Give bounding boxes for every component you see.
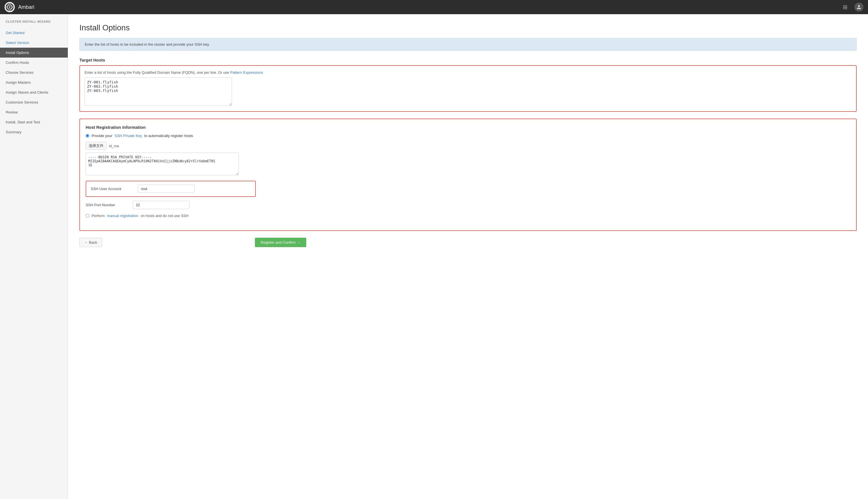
button-row: ← Back Register and Confirm →: [79, 238, 306, 247]
hosts-textarea[interactable]: ZY-001.flyfish ZY-002.flyfish ZY-003.fly…: [85, 77, 232, 106]
radio-suffix: to automatically register hosts: [144, 134, 193, 138]
ssh-key-radio-row: Provide your SSH Private Key to automati…: [86, 134, 851, 138]
sidebar-item-summary[interactable]: Summary: [0, 127, 68, 137]
manual-registration-row: Perform manual registration on hosts and…: [86, 214, 851, 218]
pattern-expressions-link[interactable]: Pattern Expressions: [230, 70, 263, 75]
page-title: Install Options: [79, 23, 857, 32]
ssh-port-label: SSH Port Number: [86, 203, 128, 207]
sidebar-item-select-version[interactable]: Select Version: [0, 38, 68, 48]
sidebar-item-choose-services[interactable]: Choose Services: [0, 68, 68, 77]
grid-icon[interactable]: ⊞: [843, 4, 847, 11]
file-name-display: id_rsa: [109, 144, 119, 148]
sidebar-item-review[interactable]: Review: [0, 107, 68, 117]
sidebar-item-assign-masters[interactable]: Assign Masters: [0, 77, 68, 87]
back-button[interactable]: ← Back: [79, 238, 102, 247]
sidebar-item-assign-slaves[interactable]: Assign Slaves and Clients: [0, 87, 68, 97]
ssh-user-account-box: SSH User Account: [86, 181, 256, 197]
host-registration-box: Host Registration Information Provide yo…: [79, 119, 857, 231]
svg-point-3: [9, 7, 11, 8]
user-avatar[interactable]: [854, 2, 864, 12]
target-hosts-title: Target Hosts: [79, 58, 857, 62]
choose-file-button[interactable]: 选择文件: [86, 142, 107, 150]
manual-suffix: on hosts and do not use SSH: [141, 214, 189, 218]
ssh-user-input[interactable]: [138, 185, 195, 193]
top-navigation: Ambari ⊞: [0, 0, 868, 14]
sidebar-item-customize-services[interactable]: Customize Services: [0, 97, 68, 107]
app-title: Ambari: [18, 4, 839, 10]
manual-reg-radio[interactable]: [86, 214, 89, 218]
target-hosts-desc-prefix: Enter a list of hosts using the Fully Qu…: [85, 70, 230, 75]
ssh-key-radio[interactable]: [86, 134, 89, 137]
sidebar-section-title: CLUSTER INSTALL WIZARD: [0, 20, 68, 28]
ssh-key-textarea[interactable]: -----BEGIN RSA PRIVATE KEY----- MIIEpAIB…: [86, 153, 239, 175]
sidebar-item-install-options[interactable]: Install Options: [0, 48, 68, 58]
ssh-port-row: SSH Port Number: [86, 201, 256, 209]
radio-prefix: Provide your: [91, 134, 112, 138]
ssh-port-input[interactable]: [133, 201, 189, 209]
host-reg-title: Host Registration Information: [86, 125, 851, 130]
sidebar-item-get-started[interactable]: Get Started: [0, 28, 68, 38]
manual-prefix: Perform: [91, 214, 104, 218]
file-chooser-row: 选择文件 id_rsa: [86, 142, 851, 150]
sidebar: CLUSTER INSTALL WIZARD Get Started Selec…: [0, 14, 68, 499]
ssh-user-label: SSH User Account: [91, 187, 133, 191]
info-banner: Enter the list of hosts to be included i…: [79, 38, 857, 51]
app-logo: [4, 2, 15, 12]
sidebar-item-install-start-test[interactable]: Install, Start and Test: [0, 117, 68, 127]
target-hosts-description: Enter a list of hosts using the Fully Qu…: [85, 70, 852, 75]
main-content: Install Options Enter the list of hosts …: [68, 14, 868, 499]
sidebar-item-confirm-hosts[interactable]: Confirm Hosts: [0, 58, 68, 68]
key-textarea-wrapper: -----BEGIN RSA PRIVATE KEY----- MIIEpAIB…: [86, 153, 239, 181]
ssh-private-key-link[interactable]: SSH Private Key: [114, 134, 142, 138]
target-hosts-box: Enter a list of hosts using the Fully Qu…: [79, 65, 857, 112]
main-layout: CLUSTER INSTALL WIZARD Get Started Selec…: [0, 14, 868, 499]
register-confirm-button[interactable]: Register and Confirm →: [255, 238, 306, 247]
manual-registration-link[interactable]: manual registration: [107, 214, 138, 218]
